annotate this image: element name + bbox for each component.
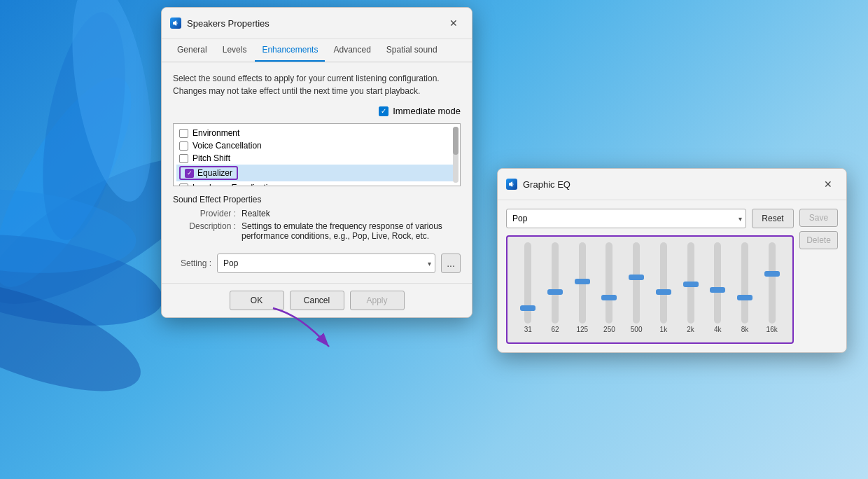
- effect-loudness[interactable]: Loudness Equalization: [176, 181, 457, 186]
- speakers-titlebar: Speakers Properties ✕: [162, 8, 472, 39]
- eq-label-500: 500: [631, 326, 643, 333]
- slider-thumb-250[interactable]: [601, 295, 617, 300]
- eq-slider-500: 500: [624, 242, 649, 333]
- eq-delete-button[interactable]: Delete: [799, 231, 838, 249]
- effect-equalizer[interactable]: ✓ Equalizer: [176, 165, 457, 181]
- environment-checkbox[interactable]: [179, 129, 188, 138]
- eq-left-area: Pop ▾ Reset 31: [506, 209, 794, 344]
- properties-section: Sound Effect Properties Provider : Realt…: [173, 195, 461, 241]
- slider-track-500[interactable]: [633, 242, 640, 324]
- slider-track-250[interactable]: [606, 242, 612, 324]
- effect-pitch-shift[interactable]: Pitch Shift: [176, 152, 457, 165]
- environment-label: Environment: [192, 128, 239, 138]
- eq-titlebar: Graphic EQ ✕: [498, 169, 846, 200]
- equalizer-checkbox[interactable]: ✓: [185, 169, 194, 178]
- eq-label-8k: 8k: [741, 326, 749, 333]
- slider-track-16k[interactable]: [769, 242, 776, 324]
- slider-track-1k[interactable]: [660, 242, 667, 324]
- setting-row: Setting : Pop ▾ ...: [173, 254, 461, 273]
- slider-thumb-500[interactable]: [629, 275, 644, 280]
- eq-label-2k: 2k: [687, 326, 694, 333]
- effects-scrollbar[interactable]: [453, 127, 458, 183]
- scrollbar-thumb[interactable]: [453, 127, 458, 155]
- effects-list[interactable]: Environment Voice Cancellation Pitch Shi…: [173, 123, 461, 186]
- eq-dialog: Graphic EQ ✕ Pop ▾ Reset: [497, 168, 847, 353]
- close-button[interactable]: ✕: [444, 13, 463, 33]
- eq-content: Pop ▾ Reset 31: [498, 200, 846, 352]
- provider-label: Provider :: [173, 209, 236, 218]
- eq-label-31: 31: [524, 326, 532, 333]
- slider-thumb-62[interactable]: [547, 289, 563, 295]
- dialog-footer: OK Cancel Apply: [162, 283, 472, 317]
- eq-slider-31: 31: [516, 242, 540, 333]
- tab-enhancements[interactable]: Enhancements: [255, 39, 325, 62]
- eq-speaker-icon: [506, 179, 517, 190]
- eq-slider-4k: 4k: [706, 242, 730, 333]
- eq-label-250: 250: [603, 326, 615, 333]
- equalizer-highlight: ✓ Equalizer: [179, 166, 238, 180]
- eq-slider-16k: 16k: [760, 242, 784, 333]
- slider-thumb-16k[interactable]: [764, 271, 780, 277]
- description-text: Select the sound effects to apply for yo…: [173, 72, 461, 97]
- eq-preset-wrapper: Pop ▾: [506, 209, 746, 228]
- tab-levels[interactable]: Levels: [216, 39, 254, 62]
- slider-thumb-8k[interactable]: [737, 295, 752, 300]
- eq-preset-select[interactable]: Pop: [506, 209, 746, 228]
- eq-save-button[interactable]: Save: [799, 209, 838, 227]
- tab-spatial-sound[interactable]: Spatial sound: [379, 39, 444, 62]
- eq-reset-button[interactable]: Reset: [752, 209, 794, 228]
- provider-row: Provider : Realtek: [173, 209, 461, 218]
- eq-titlebar-left: Graphic EQ: [506, 179, 570, 190]
- voice-cancellation-checkbox[interactable]: [179, 141, 188, 151]
- eq-main-area: Pop ▾ Reset 31: [506, 209, 838, 344]
- eq-controls: Pop ▾ Reset: [506, 209, 794, 228]
- slider-track-125[interactable]: [579, 242, 586, 324]
- effect-environment[interactable]: Environment: [176, 127, 457, 139]
- immediate-mode-checkbox[interactable]: ✓: [379, 106, 388, 116]
- provider-value: Realtek: [241, 209, 270, 218]
- slider-track-4k[interactable]: [714, 242, 721, 324]
- slider-track-62[interactable]: [552, 242, 559, 324]
- immediate-mode-row: ✓ Immediate mode: [173, 106, 461, 116]
- eq-label-4k: 4k: [714, 326, 722, 333]
- slider-track-31[interactable]: [524, 242, 531, 324]
- eq-slider-62: 62: [543, 242, 568, 333]
- speakers-dialog: Speakers Properties ✕ General Levels Enh…: [161, 7, 472, 318]
- slider-thumb-2k[interactable]: [683, 282, 699, 287]
- titlebar-left: Speakers Properties: [170, 18, 270, 29]
- slider-track-8k[interactable]: [741, 242, 748, 324]
- tab-advanced[interactable]: Advanced: [326, 39, 377, 62]
- pitch-shift-label: Pitch Shift: [192, 153, 230, 163]
- slider-thumb-1k[interactable]: [656, 289, 671, 295]
- speaker-icon: [170, 18, 181, 29]
- eq-slider-2k: 2k: [678, 242, 703, 333]
- ok-button[interactable]: OK: [230, 291, 284, 310]
- dots-button[interactable]: ...: [441, 254, 461, 273]
- dialog-content: Select the sound effects to apply for yo…: [162, 62, 472, 283]
- eq-label-62: 62: [551, 326, 559, 333]
- setting-select-wrapper: Pop ▾: [217, 254, 435, 273]
- pitch-shift-checkbox[interactable]: [179, 154, 188, 163]
- loudness-label: Loudness Equalization: [192, 183, 277, 186]
- eq-slider-125: 125: [570, 242, 594, 333]
- slider-thumb-4k[interactable]: [710, 287, 725, 293]
- effect-voice-cancellation[interactable]: Voice Cancellation: [176, 139, 457, 152]
- voice-cancellation-label: Voice Cancellation: [192, 141, 262, 151]
- properties-title: Sound Effect Properties: [173, 195, 461, 204]
- eq-slider-1k: 1k: [652, 242, 676, 333]
- eq-dialog-title: Graphic EQ: [523, 179, 570, 190]
- eq-side-buttons: Save Delete: [799, 209, 838, 249]
- slider-thumb-31[interactable]: [520, 305, 536, 311]
- slider-track-2k[interactable]: [687, 242, 694, 324]
- tab-general[interactable]: General: [170, 39, 214, 62]
- setting-label: Setting :: [173, 258, 211, 268]
- loudness-checkbox[interactable]: [179, 183, 188, 187]
- cancel-button[interactable]: Cancel: [290, 291, 344, 310]
- eq-close-button[interactable]: ✕: [818, 174, 838, 194]
- immediate-mode-label: Immediate mode: [393, 106, 461, 116]
- setting-select[interactable]: Pop: [217, 254, 435, 273]
- tab-bar: General Levels Enhancements Advanced Spa…: [162, 39, 472, 62]
- slider-thumb-125[interactable]: [575, 279, 590, 284]
- description-value: Settings to emulate the frequency respon…: [241, 221, 461, 241]
- apply-button[interactable]: Apply: [350, 291, 405, 310]
